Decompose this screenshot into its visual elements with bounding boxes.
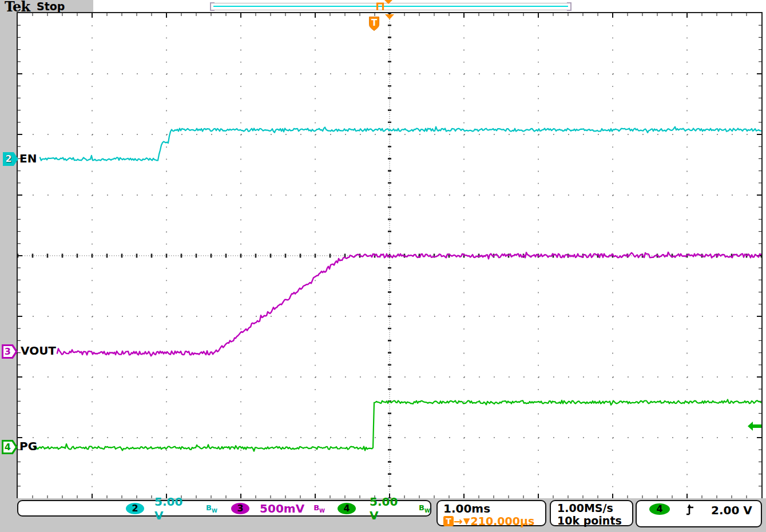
channel4-badge-number: 4 — [2, 440, 14, 454]
trigger-level-arrow[interactable] — [748, 422, 761, 431]
record-trigger-marker-icon — [375, 2, 385, 11]
record-expansion-triangle-icon — [384, 0, 392, 4]
horizontal-readout-box[interactable]: 1.00ms T → ▼ 210.000µs — [436, 500, 546, 526]
record-length: 10k points — [557, 514, 632, 527]
pg-trace — [34, 400, 761, 451]
delay-arrow-icon: → — [454, 515, 463, 527]
ch2-bandwidth-icon: BW — [206, 503, 217, 514]
record-left-bracket — [210, 2, 215, 11]
ch4-readout-badge: 4 — [338, 503, 356, 514]
timebase-scale: 1.00ms — [443, 502, 545, 515]
ch3-readout-badge: 3 — [231, 503, 249, 514]
vout-trace — [57, 252, 761, 356]
channel3-badge-number: 3 — [2, 344, 14, 359]
record-window-line — [213, 6, 568, 7]
ch4-bandwidth-icon: BW — [419, 503, 430, 514]
trigger-t-icon: T — [443, 516, 454, 526]
trigger-position-badge[interactable]: T — [368, 16, 380, 32]
ch3-scale: 500mV — [260, 502, 304, 515]
trigger-source-badge: 4 — [649, 503, 670, 515]
sample-rate: 1.00MS/s — [557, 502, 632, 514]
oscilloscope-screen: { "title": { "logo": "Tek", "status": "S… — [0, 0, 766, 532]
rising-edge-icon — [685, 503, 695, 516]
channel4-position-badge[interactable]: 4 — [2, 440, 18, 454]
ch2-scale: 5.00 V — [154, 495, 191, 522]
channel3-label: VOUT — [21, 344, 56, 358]
delay-marker-icon: ▼ — [463, 516, 470, 526]
ch4-scale: 5.00 V — [370, 495, 406, 522]
left-margin — [0, 13, 17, 498]
acquisition-status: Stop — [37, 0, 65, 13]
trigger-level-value: 2.00 V — [711, 503, 752, 517]
trigger-t-letter: T — [371, 18, 378, 28]
graticule — [17, 12, 763, 499]
ch2-readout-badge: 2 — [126, 503, 144, 514]
status-bar: 2 5.00 V BW 3 500mV BW 4 5.00 V BW 1.00m… — [0, 498, 766, 532]
waveform-plot — [18, 13, 761, 498]
en-trace — [40, 127, 761, 161]
channel4-label: PG — [19, 439, 37, 453]
trigger-readout-box[interactable]: 4 2.00 V — [636, 500, 762, 527]
channel2-badge-number: 2 — [3, 152, 14, 166]
ch3-bandwidth-icon: BW — [313, 503, 325, 514]
trigger-delay-value: 210.000µs — [470, 515, 534, 527]
channel2-position-badge[interactable]: 2 — [3, 152, 18, 166]
expansion-point-triangle-icon — [385, 14, 394, 19]
channel3-position-badge[interactable]: 3 — [2, 344, 18, 359]
record-right-bracket — [567, 2, 571, 11]
channel2-label: EN — [19, 152, 37, 165]
vertical-readout-box[interactable]: 2 5.00 V BW 3 500mV BW 4 5.00 V BW — [17, 500, 431, 517]
acquisition-readout-box[interactable]: 1.00MS/s 10k points — [550, 500, 633, 526]
